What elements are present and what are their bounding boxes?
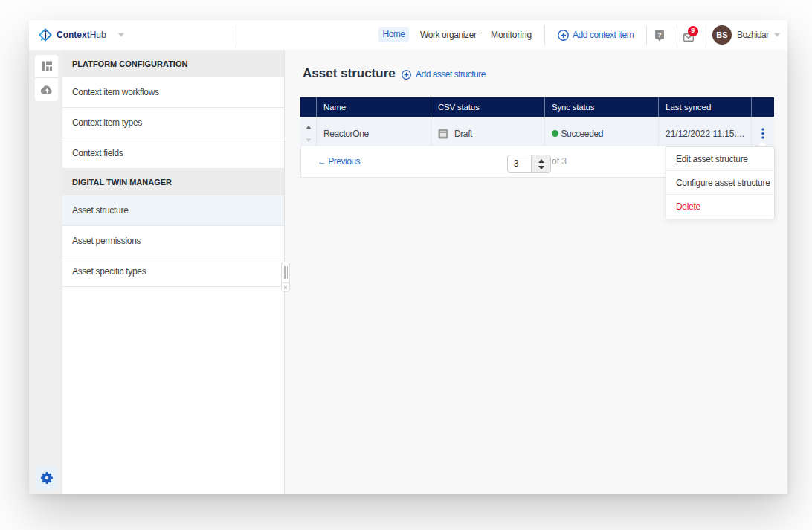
svg-text:?: ? [657,30,662,39]
